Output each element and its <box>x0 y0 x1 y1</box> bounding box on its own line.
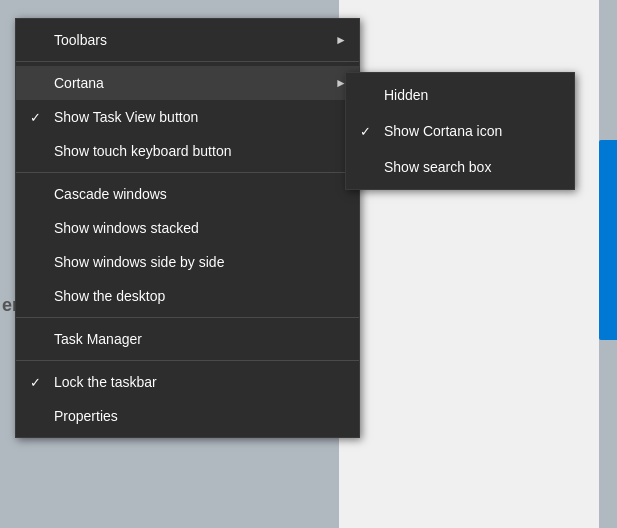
menu-item-cortana[interactable]: Cortana ► <box>16 66 359 100</box>
menu-item-side-by-side-label: Show windows side by side <box>54 254 224 270</box>
checkmark-task-view: ✓ <box>30 110 41 125</box>
menu-item-touch-keyboard-label: Show touch keyboard button <box>54 143 231 159</box>
menu-item-lock-taskbar-label: Lock the taskbar <box>54 374 157 390</box>
menu-item-stacked-label: Show windows stacked <box>54 220 199 236</box>
cortana-submenu: Hidden ✓ Show Cortana icon Show search b… <box>345 72 575 190</box>
context-menu: Toolbars ► Cortana ► ✓ Show Task View bu… <box>15 18 360 438</box>
menu-item-desktop[interactable]: Show the desktop <box>16 279 359 313</box>
submenu-item-search-box-label: Show search box <box>384 159 491 175</box>
divider-4 <box>16 360 359 361</box>
divider-1 <box>16 61 359 62</box>
submenu-item-search-box[interactable]: Show search box <box>346 149 574 185</box>
menu-item-properties[interactable]: Properties <box>16 399 359 433</box>
submenu-item-hidden[interactable]: Hidden <box>346 77 574 113</box>
menu-item-task-view[interactable]: ✓ Show Task View button <box>16 100 359 134</box>
submenu-item-cortana-icon[interactable]: ✓ Show Cortana icon <box>346 113 574 149</box>
menu-item-cascade[interactable]: Cascade windows <box>16 177 359 211</box>
submenu-item-hidden-label: Hidden <box>384 87 428 103</box>
menu-item-desktop-label: Show the desktop <box>54 288 165 304</box>
submenu-arrow-toolbars: ► <box>335 33 347 47</box>
blue-accent-bar <box>599 140 617 340</box>
menu-item-cascade-label: Cascade windows <box>54 186 167 202</box>
menu-item-touch-keyboard[interactable]: Show touch keyboard button <box>16 134 359 168</box>
menu-item-task-manager-label: Task Manager <box>54 331 142 347</box>
divider-3 <box>16 317 359 318</box>
menu-item-toolbars[interactable]: Toolbars ► <box>16 23 359 57</box>
submenu-item-cortana-icon-label: Show Cortana icon <box>384 123 502 139</box>
menu-item-task-manager[interactable]: Task Manager <box>16 322 359 356</box>
menu-item-stacked[interactable]: Show windows stacked <box>16 211 359 245</box>
menu-item-toolbars-label: Toolbars <box>54 32 335 48</box>
menu-item-cortana-label: Cortana <box>54 75 335 91</box>
menu-item-side-by-side[interactable]: Show windows side by side <box>16 245 359 279</box>
checkmark-cortana-icon: ✓ <box>360 124 371 139</box>
menu-item-task-view-label: Show Task View button <box>54 109 198 125</box>
divider-2 <box>16 172 359 173</box>
menu-item-lock-taskbar[interactable]: ✓ Lock the taskbar <box>16 365 359 399</box>
menu-item-properties-label: Properties <box>54 408 118 424</box>
checkmark-lock-taskbar: ✓ <box>30 375 41 390</box>
